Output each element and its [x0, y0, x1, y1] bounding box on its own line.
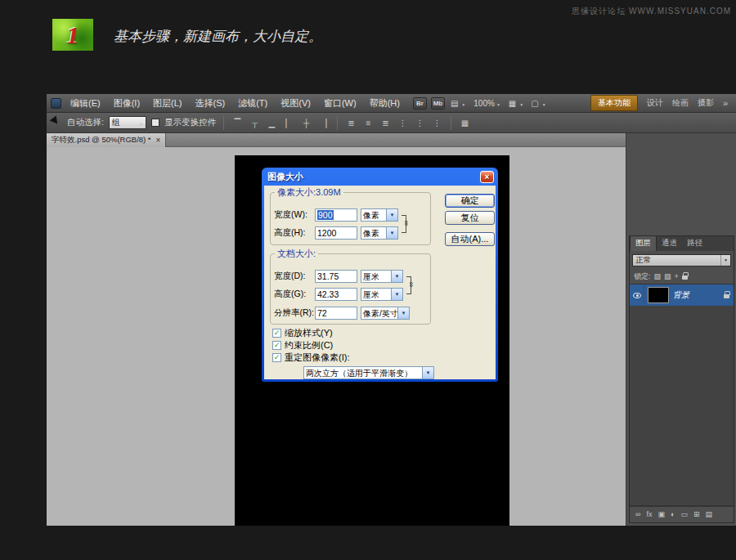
- new-group-icon[interactable]: ▭: [680, 511, 688, 518]
- separator: [337, 116, 338, 130]
- dialog-body: 像素大小:3.09M 宽度(W): 900 像素 高度(H): 1200 像素: [264, 186, 496, 379]
- reset-button[interactable]: 复位: [445, 211, 495, 225]
- lock-position-icon[interactable]: +: [675, 273, 679, 280]
- link-layers-icon[interactable]: ∞: [635, 511, 640, 518]
- menu-filter[interactable]: 滤镜(T): [231, 95, 274, 112]
- auto-button[interactable]: 自动(A)...: [445, 232, 495, 246]
- layers-panel: 图层 通道 路径 正常 锁定: ▨ ▧ +: [629, 235, 734, 523]
- doc-height-unit-dropdown[interactable]: 厘米: [361, 288, 403, 301]
- pixel-width-input[interactable]: 900: [315, 208, 357, 222]
- workspace-overflow-chevron[interactable]: »: [723, 98, 728, 108]
- align-top-icon[interactable]: ▔: [231, 116, 244, 129]
- doc-height-input[interactable]: 42.33: [315, 288, 357, 301]
- workspace-tab-painting[interactable]: 绘画: [672, 97, 689, 109]
- pixel-height-label: 高度(H):: [274, 227, 306, 239]
- dialog-close-button[interactable]: ×: [480, 171, 494, 183]
- menu-help[interactable]: 帮助(H): [363, 95, 406, 112]
- resolution-unit-dropdown[interactable]: 像素/英寸: [361, 307, 410, 320]
- lock-transparent-icon[interactable]: ▨: [654, 273, 662, 280]
- ps-app-icon: [51, 98, 61, 109]
- arrange-glyph: ▦: [509, 99, 516, 108]
- menu-view[interactable]: 视图(V): [274, 95, 317, 112]
- arrange-documents-icon[interactable]: ▦: [507, 99, 525, 108]
- step-badge: 1: [52, 19, 93, 51]
- lock-pixels-icon[interactable]: ▧: [664, 273, 671, 280]
- auto-align-icon[interactable]: ▦: [459, 116, 471, 129]
- zoom-value: 100%: [473, 99, 495, 108]
- pixel-height-input[interactable]: 1200: [315, 226, 357, 240]
- pixel-size-legend: 像素大小:3.09M: [275, 186, 343, 199]
- pixel-width-label: 宽度(W):: [274, 209, 307, 221]
- pixel-width-row: 宽度(W): 900 像素: [274, 208, 435, 222]
- constrain-proportions-checkbox[interactable]: ✓: [272, 341, 281, 350]
- doc-width-input[interactable]: 31.75: [315, 270, 357, 283]
- show-transform-checkbox[interactable]: [151, 119, 159, 127]
- canvas-area[interactable]: 图像大小 × 像素大小:3.09M 宽度(W): 900 像素: [47, 147, 626, 526]
- workspace-tab-design[interactable]: 设计: [647, 97, 663, 109]
- pixel-width-unit-dropdown[interactable]: 像素: [361, 208, 398, 222]
- layer-row-background[interactable]: 背景: [630, 284, 734, 306]
- resolution-input[interactable]: 72: [315, 307, 357, 320]
- visibility-toggle[interactable]: [630, 284, 644, 306]
- new-layer-icon[interactable]: ⊞: [693, 511, 700, 518]
- background-lock-icon: [724, 294, 729, 298]
- distribute-vcenter-icon[interactable]: ≡: [362, 116, 375, 129]
- dialog-titlebar[interactable]: 图像大小 ×: [264, 168, 496, 186]
- layer-thumbnail[interactable]: [648, 287, 669, 303]
- align-bottom-icon[interactable]: ▁: [266, 116, 278, 129]
- ok-button[interactable]: 确定: [445, 194, 495, 208]
- tab-close-icon[interactable]: ×: [156, 137, 161, 145]
- panel-bottom-bar: ∞ fx ▣ ◐ ▭ ⊞ ▤: [630, 506, 734, 522]
- scale-styles-row: ✓ 缩放样式(Y): [272, 328, 333, 338]
- layer-mask-icon[interactable]: ▣: [657, 511, 665, 518]
- resample-method-dropdown[interactable]: 两次立方（适用于平滑渐变）: [303, 366, 434, 379]
- workspace-tab-photography[interactable]: 摄影: [698, 97, 714, 109]
- screen-mode-icon[interactable]: ▢: [529, 99, 547, 108]
- menu-window[interactable]: 窗口(W): [317, 95, 363, 112]
- dialog-title: 图像大小: [267, 171, 303, 183]
- zoom-level[interactable]: 100%: [471, 99, 503, 108]
- tab-paths[interactable]: 路径: [682, 236, 707, 251]
- distribute-top-icon[interactable]: ≣: [345, 116, 357, 129]
- menu-edit[interactable]: 编辑(E): [64, 95, 107, 112]
- auto-select-dropdown[interactable]: 组: [109, 116, 146, 129]
- mini-bridge-icon[interactable]: Mb: [431, 97, 445, 110]
- layer-name[interactable]: 背景: [673, 289, 724, 301]
- delete-layer-icon[interactable]: ▤: [705, 511, 712, 518]
- document-title: 字特效.psd @ 50%(RGB/8) *: [52, 135, 151, 146]
- dropdown-arrow-icon: [386, 227, 397, 239]
- dropdown-arrow-icon: [391, 271, 402, 282]
- align-vcenter-icon[interactable]: ┬: [249, 116, 261, 129]
- constrain-proportions-row: ✓ 约束比例(C): [272, 340, 333, 351]
- view-extras-icon[interactable]: ▤: [449, 99, 467, 108]
- align-hcenter-icon[interactable]: ┼: [300, 116, 312, 129]
- dropdown-arrow-icon: [422, 367, 433, 379]
- blend-mode-dropdown[interactable]: 正常: [632, 254, 731, 267]
- tab-layers[interactable]: 图层: [630, 235, 657, 251]
- workspace-tab-essentials[interactable]: 基本功能: [590, 95, 638, 111]
- align-left-icon[interactable]: ▏: [283, 116, 295, 129]
- distribute-right-icon[interactable]: ⋮: [431, 116, 443, 129]
- chain-link-icon: ∞: [402, 219, 411, 227]
- pixel-height-value: 1200: [317, 228, 336, 238]
- menu-image[interactable]: 图像(I): [107, 95, 146, 112]
- scale-styles-checkbox[interactable]: ✓: [272, 329, 281, 338]
- doc-width-unit-dropdown[interactable]: 厘米: [361, 270, 403, 283]
- pixel-height-unit-dropdown[interactable]: 像素: [361, 226, 398, 240]
- distribute-bottom-icon[interactable]: ≣: [379, 116, 392, 129]
- menu-layer[interactable]: 图层(L): [146, 95, 188, 112]
- document-size-legend: 文档大小:: [275, 248, 318, 260]
- menu-select[interactable]: 选择(S): [189, 95, 232, 112]
- adjustment-layer-icon[interactable]: ◐: [671, 511, 675, 518]
- distribute-left-icon[interactable]: ⋮: [397, 116, 409, 129]
- image-size-dialog: 图像大小 × 像素大小:3.09M 宽度(W): 900 像素: [262, 168, 498, 382]
- layer-style-icon[interactable]: fx: [646, 511, 652, 518]
- distribute-hcenter-icon[interactable]: ⋮: [414, 116, 426, 129]
- resample-image-checkbox[interactable]: ✓: [272, 353, 281, 362]
- document-tab[interactable]: 字特效.psd @ 50%(RGB/8) * ×: [47, 133, 166, 147]
- bridge-icon[interactable]: Br: [413, 97, 427, 110]
- lock-all-icon[interactable]: [682, 276, 688, 280]
- align-right-icon[interactable]: ▕: [317, 116, 330, 129]
- options-bar: 自动选择: 组 显示变换控件 ▔ ┬ ▁ ▏ ┼ ▕ ≣ ≡ ≣ ⋮ ⋮ ⋮ ▦: [47, 113, 736, 133]
- tab-channels[interactable]: 通道: [657, 236, 682, 251]
